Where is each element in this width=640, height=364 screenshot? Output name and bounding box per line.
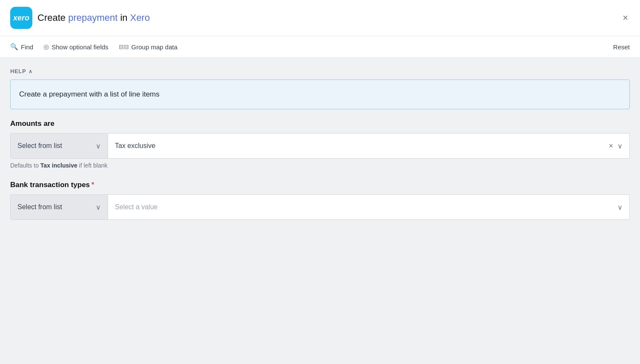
amounts-select-right[interactable]: Tax exclusive × ∨ <box>108 133 630 159</box>
find-button[interactable]: 🔍 Find <box>10 41 33 52</box>
amounts-select-left-value: Select from list <box>17 142 62 150</box>
bank-select-right[interactable]: Select a value ∨ <box>108 194 630 220</box>
header: xero Create prepayment in Xero × <box>0 0 640 36</box>
amounts-section: Amounts are Select from list ∨ Tax exclu… <box>10 119 630 169</box>
filter-icon: ⊟⊟ <box>119 43 129 50</box>
close-button[interactable]: × <box>621 11 630 25</box>
amounts-clear-button[interactable]: × <box>608 141 614 151</box>
bank-section: Bank transaction types * Select from lis… <box>10 181 630 220</box>
xero-logo: xero <box>10 7 32 29</box>
toolbar-left: 🔍 Find ◎ Show optional fields ⊟⊟ Group m… <box>10 41 177 52</box>
amounts-helper-text: Defaults to Tax inclusive if left blank <box>10 162 630 169</box>
amounts-select-left[interactable]: Select from list ∨ <box>10 133 108 159</box>
help-box: Create a prepayment with a list of line … <box>10 80 630 109</box>
amounts-select-left-chevron-icon: ∨ <box>96 142 101 150</box>
amounts-field-row: Select from list ∨ Tax exclusive × ∨ <box>10 133 630 159</box>
bank-select-left-value: Select from list <box>17 203 62 211</box>
help-description: Create a prepayment with a list of line … <box>19 90 621 99</box>
help-chevron-icon: ∧ <box>29 68 33 74</box>
header-left: xero Create prepayment in Xero <box>10 7 150 29</box>
bank-select-left-chevron-icon: ∨ <box>96 203 101 211</box>
amounts-select-right-chevron-icon: ∨ <box>617 142 623 150</box>
bank-select-right-actions: ∨ <box>617 203 623 211</box>
toolbar: 🔍 Find ◎ Show optional fields ⊟⊟ Group m… <box>0 36 640 58</box>
amounts-select-right-actions: × ∨ <box>608 141 623 151</box>
bank-select-left[interactable]: Select from list ∨ <box>10 194 108 220</box>
eye-icon: ◎ <box>43 43 49 51</box>
bank-field-row: Select from list ∨ Select a value ∨ <box>10 194 630 220</box>
bank-label: Bank transaction types * <box>10 181 630 189</box>
show-optional-fields-button[interactable]: ◎ Show optional fields <box>43 41 108 52</box>
search-icon: 🔍 <box>10 43 18 51</box>
bank-select-right-placeholder: Select a value <box>115 203 158 211</box>
main-content: HELP ∧ Create a prepayment with a list o… <box>0 58 640 364</box>
page-title: Create prepayment in Xero <box>37 12 150 23</box>
group-map-data-button[interactable]: ⊟⊟ Group map data <box>119 42 177 52</box>
help-header: HELP ∧ <box>10 68 630 74</box>
reset-button[interactable]: Reset <box>613 43 630 51</box>
help-section: HELP ∧ Create a prepayment with a list o… <box>10 68 630 109</box>
bank-select-right-chevron-icon: ∨ <box>617 203 623 211</box>
amounts-select-right-value: Tax exclusive <box>115 142 155 150</box>
required-indicator: * <box>91 181 94 189</box>
amounts-label: Amounts are <box>10 119 630 128</box>
xero-logo-text: xero <box>13 14 29 23</box>
